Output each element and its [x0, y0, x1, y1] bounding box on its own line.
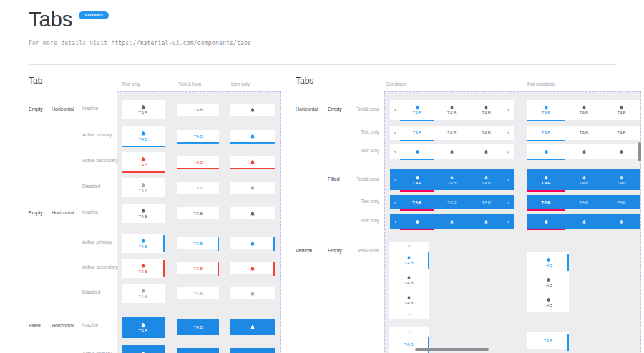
tab[interactable]: TAB	[122, 317, 165, 338]
tab[interactable]	[230, 287, 275, 299]
tabs-bar-scrollable: TABTABTAB	[390, 126, 514, 140]
tab[interactable]: TAB	[122, 100, 165, 119]
group-kind-label: Empty	[29, 210, 43, 215]
horizontal-scrollbar[interactable]	[415, 348, 489, 351]
tab[interactable]	[230, 262, 275, 274]
tab[interactable]: TAB	[469, 195, 504, 209]
tab[interactable]	[230, 104, 275, 116]
tab[interactable]: TAB	[434, 195, 469, 209]
tab[interactable]: TAB	[122, 152, 165, 171]
tab[interactable]	[230, 237, 275, 249]
tab[interactable]	[230, 319, 275, 335]
tab[interactable]: TAB	[434, 100, 469, 120]
tab[interactable]: TAB	[434, 126, 469, 140]
tab[interactable]: TAB	[565, 126, 603, 140]
tab[interactable]: TAB	[469, 100, 504, 120]
tab[interactable]: TAB	[177, 207, 219, 219]
tab[interactable]	[230, 156, 275, 168]
tab[interactable]: TAB	[122, 178, 165, 197]
tab[interactable]: TAB	[177, 237, 219, 249]
tab[interactable]: TAB	[122, 204, 165, 223]
tab[interactable]: TAB	[469, 169, 504, 190]
tab[interactable]	[469, 144, 504, 159]
tab[interactable]: TAB	[527, 195, 565, 209]
tab[interactable]	[400, 144, 434, 159]
scroll-down-button[interactable]	[389, 310, 429, 319]
scroll-next-button[interactable]	[504, 144, 514, 159]
tab[interactable]: TAB	[527, 126, 565, 140]
tab[interactable]	[400, 214, 434, 229]
tab[interactable]: TAB	[389, 250, 429, 270]
tab[interactable]: TAB	[527, 272, 569, 292]
tab[interactable]: TAB	[177, 156, 219, 168]
tab[interactable]: TAB	[389, 290, 429, 310]
scroll-up-button[interactable]	[389, 327, 429, 336]
tab[interactable]	[527, 214, 565, 229]
tab[interactable]	[469, 214, 504, 229]
tab[interactable]: TAB	[565, 195, 603, 209]
scroll-prev-button[interactable]	[390, 214, 400, 229]
tab[interactable]: TAB	[177, 130, 219, 142]
tab-label: TAB	[138, 244, 147, 249]
tab[interactable]: TAB	[122, 259, 165, 278]
tab[interactable]: TAB	[602, 169, 640, 190]
tab[interactable]	[230, 348, 275, 353]
scroll-next-button[interactable]	[504, 214, 514, 229]
tab-label: TAB	[404, 281, 414, 285]
tab[interactable]	[434, 214, 469, 229]
bell-icon	[582, 105, 587, 110]
tab[interactable]: TAB	[434, 169, 469, 190]
tab[interactable]: TAB	[527, 169, 565, 190]
tab[interactable]	[230, 130, 275, 142]
tab[interactable]: TAB	[122, 126, 165, 146]
active-indicator	[527, 120, 565, 121]
tab[interactable]: TAB	[602, 126, 640, 140]
docs-link[interactable]: https://material-ui.com/components/tabs	[111, 40, 251, 46]
scroll-prev-button[interactable]	[390, 195, 400, 209]
tab[interactable]: TAB	[565, 100, 603, 120]
tab[interactable]: TAB	[527, 252, 569, 272]
tab[interactable]	[602, 144, 640, 159]
tab[interactable]: TAB	[400, 195, 434, 209]
tab[interactable]	[565, 214, 603, 229]
tab[interactable]: TAB	[602, 100, 640, 120]
tab[interactable]: TAB	[177, 104, 219, 116]
tab[interactable]	[565, 144, 603, 159]
scroll-next-button[interactable]	[504, 195, 514, 209]
tab[interactable]: TAB	[122, 234, 165, 253]
scroll-next-button[interactable]	[504, 169, 514, 190]
tab[interactable]: TAB	[469, 126, 504, 140]
tab[interactable]: TAB	[400, 100, 434, 120]
scroll-next-button[interactable]	[504, 100, 514, 120]
tab[interactable]: TAB	[527, 332, 569, 349]
vertical-scrollbar[interactable]	[638, 142, 641, 161]
tab[interactable]: TAB	[400, 126, 434, 140]
tab[interactable]: TAB	[177, 262, 219, 274]
scroll-next-button[interactable]	[504, 126, 514, 140]
tab[interactable]: TAB	[177, 348, 219, 353]
tab[interactable]	[527, 144, 565, 159]
tab[interactable]: TAB	[389, 270, 429, 290]
tab[interactable]: TAB	[177, 182, 219, 194]
tab[interactable]: TAB	[177, 319, 219, 335]
tab[interactable]	[230, 207, 275, 219]
tab[interactable]: TAB	[565, 169, 603, 190]
scroll-prev-button[interactable]	[390, 144, 400, 159]
tab[interactable]: TAB	[400, 169, 434, 190]
scroll-prev-button[interactable]	[390, 169, 400, 190]
tab[interactable]: TAB	[527, 292, 569, 312]
tab[interactable]: TAB	[122, 345, 165, 353]
tab[interactable]	[434, 144, 469, 159]
tab[interactable]	[602, 214, 640, 229]
bell-icon	[140, 156, 146, 162]
tab[interactable]: TAB	[122, 284, 165, 303]
scroll-prev-button[interactable]	[390, 126, 400, 140]
scroll-prev-button[interactable]	[390, 100, 400, 120]
tab[interactable]: TAB	[527, 100, 565, 120]
scroll-up-button[interactable]	[389, 242, 429, 250]
tab[interactable]: TAB	[177, 287, 219, 299]
bell-icon	[484, 105, 489, 110]
bell-icon	[484, 219, 489, 224]
tab[interactable]	[230, 182, 275, 194]
tab[interactable]: TAB	[602, 195, 640, 209]
